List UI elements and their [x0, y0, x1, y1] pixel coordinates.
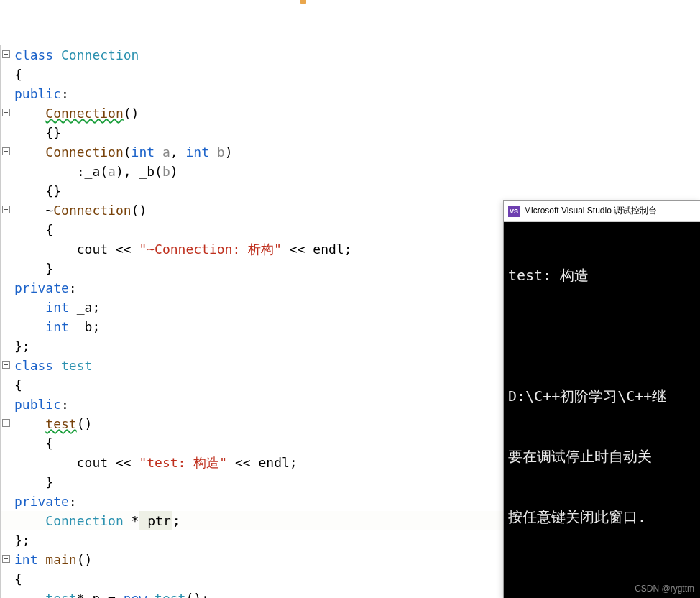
fold-toggle-icon[interactable] — [0, 414, 11, 433]
token: a — [162, 142, 170, 162]
token: public — [14, 395, 61, 414]
console-line: test: 构造 — [508, 265, 696, 285]
code-line[interactable]: class Connection — [0, 45, 700, 65]
console-line: D:\C++初阶学习\C++继 — [508, 386, 696, 406]
token: Connection — [53, 201, 131, 220]
fold-toggle-icon[interactable] — [0, 104, 11, 123]
token: _ptr — [139, 511, 172, 530]
fold-guide — [0, 317, 11, 336]
code-line[interactable]: Connection() — [0, 104, 700, 123]
watermark-text: CSDN @rygttm — [635, 584, 694, 594]
token: _b; — [77, 317, 101, 336]
fold-guide — [0, 472, 11, 492]
fold-toggle-icon[interactable] — [0, 45, 11, 65]
code-text[interactable]: :_a(a), _b(b) — [11, 162, 700, 181]
token: () — [124, 104, 139, 123]
token: cout — [77, 239, 116, 259]
token: Connection — [61, 45, 139, 65]
console-output: test: 构造 D:\C++初阶学习\C++继 要在调试停止时自动关 按任意键… — [504, 222, 700, 570]
token: << — [282, 239, 313, 259]
code-line[interactable]: public: — [0, 84, 700, 104]
token: class — [14, 45, 61, 65]
token: << — [227, 453, 258, 472]
token: ) — [225, 142, 233, 162]
fold-guide — [0, 298, 11, 317]
token: (); — [185, 589, 209, 598]
token: ) — [170, 162, 178, 181]
fold-guide — [0, 84, 11, 104]
token: b — [162, 162, 170, 181]
token: << — [116, 453, 139, 472]
fold-guide — [0, 220, 11, 239]
token: test — [45, 414, 76, 433]
code-text[interactable]: class Connection — [11, 45, 700, 65]
fold-toggle-icon[interactable] — [0, 142, 11, 162]
vs-icon: VS — [508, 206, 520, 217]
token: new — [124, 589, 155, 598]
fold-guide — [0, 433, 11, 453]
code-text[interactable]: {} — [11, 123, 700, 142]
token: }; — [14, 530, 30, 550]
token: main — [45, 550, 76, 569]
console-line: 按任意键关闭此窗口. — [508, 507, 696, 527]
token: { — [45, 220, 53, 239]
code-line[interactable]: :_a(a), _b(b) — [0, 162, 700, 181]
fold-guide — [0, 453, 11, 472]
fold-guide — [0, 162, 11, 181]
token: "test: 构造" — [139, 453, 227, 472]
fold-guide — [0, 65, 11, 84]
fold-guide — [0, 492, 11, 511]
token: : — [69, 492, 77, 511]
token: Connection — [45, 511, 123, 530]
token: * — [124, 511, 139, 530]
token: ), _b( — [116, 162, 162, 181]
token: ~ — [45, 201, 53, 220]
console-titlebar[interactable]: VS Microsoft Visual Studio 调试控制台 — [504, 201, 700, 222]
fold-guide — [0, 375, 11, 395]
token: b — [217, 142, 225, 162]
token: private — [14, 278, 69, 298]
fold-guide — [0, 511, 11, 530]
token: () — [77, 414, 93, 433]
token: int — [45, 298, 76, 317]
token: a — [108, 162, 116, 181]
fold-guide — [0, 278, 11, 298]
fold-guide — [0, 395, 11, 414]
token: () — [132, 201, 147, 220]
code-text[interactable]: Connection(int a, int b) — [11, 142, 700, 162]
token: test — [155, 589, 185, 598]
console-line: 要在调试停止时自动关 — [508, 446, 696, 466]
code-line[interactable]: {} — [0, 123, 700, 142]
token: } — [45, 259, 53, 278]
token: private — [14, 492, 69, 511]
debug-console-window[interactable]: VS Microsoft Visual Studio 调试控制台 test: 构… — [503, 200, 700, 598]
token: endl; — [313, 239, 351, 259]
fold-toggle-icon[interactable] — [0, 550, 11, 569]
fold-toggle-icon[interactable] — [0, 356, 11, 375]
token: test — [45, 589, 76, 598]
fold-toggle-icon[interactable] — [0, 201, 11, 220]
token: { — [14, 375, 22, 395]
token: cout — [77, 453, 116, 472]
token: << — [116, 239, 139, 259]
code-text[interactable]: { — [11, 65, 700, 84]
token: { — [45, 433, 53, 453]
token: () — [77, 550, 93, 569]
token: Connection — [45, 104, 123, 123]
fold-guide — [0, 239, 11, 259]
code-line[interactable]: Connection(int a, int b) — [0, 142, 700, 162]
fold-guide — [0, 336, 11, 356]
token: { — [14, 65, 22, 84]
code-text[interactable]: public: — [11, 84, 700, 104]
token: "~Connection: 析构" — [139, 239, 282, 259]
token: : — [61, 84, 69, 104]
code-line[interactable]: { — [0, 65, 700, 84]
token: endl; — [258, 453, 297, 472]
code-text[interactable]: {} — [11, 181, 700, 201]
token: , — [170, 142, 186, 162]
token: :_a( — [77, 162, 108, 181]
tab-modified-indicator — [300, 0, 306, 4]
code-line[interactable]: {} — [0, 181, 700, 201]
code-text[interactable]: Connection() — [11, 104, 700, 123]
token: class — [14, 356, 61, 375]
